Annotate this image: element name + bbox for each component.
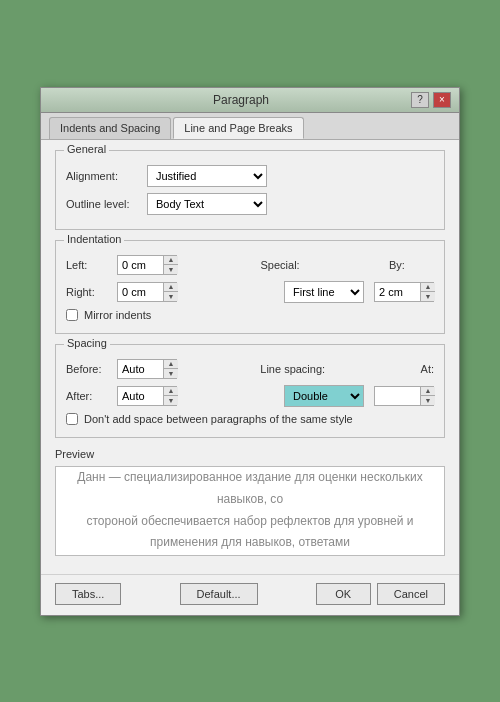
- at-spinner-btns: ▲ ▼: [420, 387, 435, 405]
- preview-section: Preview Данн — специализированное издани…: [55, 448, 445, 556]
- tab-line-page-breaks[interactable]: Line and Page Breaks: [173, 117, 303, 139]
- left-label: Left:: [66, 259, 111, 271]
- left-down-btn[interactable]: ▼: [164, 265, 178, 274]
- by-input[interactable]: [375, 283, 420, 301]
- left-up-btn[interactable]: ▲: [164, 256, 178, 265]
- title-bar: Paragraph ? ×: [41, 88, 459, 113]
- close-button[interactable]: ×: [433, 92, 451, 108]
- outline-row: Outline level: Body Text Level 1 Level 2: [66, 193, 434, 215]
- outline-select[interactable]: Body Text Level 1 Level 2: [147, 193, 267, 215]
- ok-button[interactable]: OK: [316, 583, 371, 605]
- default-button[interactable]: Default...: [180, 583, 258, 605]
- at-input[interactable]: [375, 387, 420, 405]
- right-spinner: ▲ ▼: [117, 282, 177, 302]
- before-spinner-btns: ▲ ▼: [163, 360, 178, 378]
- by-spinner-btns: ▲ ▼: [420, 283, 435, 301]
- bottom-buttons: Tabs... Default... OK Cancel: [41, 574, 459, 615]
- spacing-section-title: Spacing: [64, 337, 110, 349]
- after-double-row: After: ▲ ▼ Single 1.5 lines Double At le…: [66, 385, 434, 407]
- special-label: Special:: [261, 259, 306, 271]
- right-down-btn[interactable]: ▼: [164, 292, 178, 301]
- left-input[interactable]: [118, 256, 163, 274]
- outline-label: Outline level:: [66, 198, 141, 210]
- alignment-label: Alignment:: [66, 170, 141, 182]
- at-up-btn[interactable]: ▲: [421, 387, 435, 396]
- after-spinner: ▲ ▼: [117, 386, 177, 406]
- right-label: Right:: [66, 286, 111, 298]
- right-spinner-btns: ▲ ▼: [163, 283, 178, 301]
- dialog-body: General Alignment: Justified Left Center…: [41, 140, 459, 574]
- help-button[interactable]: ?: [411, 92, 429, 108]
- right-input[interactable]: [118, 283, 163, 301]
- cancel-button[interactable]: Cancel: [377, 583, 445, 605]
- after-down-btn[interactable]: ▼: [164, 396, 178, 405]
- right-up-btn[interactable]: ▲: [164, 283, 178, 292]
- before-input[interactable]: [118, 360, 163, 378]
- alignment-row: Alignment: Justified Left Center Right: [66, 165, 434, 187]
- preview-box: Данн — специализированное издание для оц…: [55, 466, 445, 556]
- mirror-indents-row: Mirror indents: [66, 309, 434, 321]
- after-label: After:: [66, 390, 111, 402]
- paragraph-dialog: Paragraph ? × Indents and Spacing Line a…: [40, 87, 460, 616]
- at-spinner: ▲ ▼: [374, 386, 434, 406]
- by-up-btn[interactable]: ▲: [421, 283, 435, 292]
- right-firstline-row: Right: ▲ ▼ First line (none) Hanging: [66, 281, 434, 303]
- before-spinner: ▲ ▼: [117, 359, 177, 379]
- at-label: At:: [421, 363, 434, 375]
- tab-indents-spacing[interactable]: Indents and Spacing: [49, 117, 171, 139]
- dont-add-space-row: Don't add space between paragraphs of th…: [66, 413, 434, 425]
- right-buttons: OK Cancel: [316, 583, 445, 605]
- indentation-section-title: Indentation: [64, 233, 124, 245]
- preview-label: Preview: [55, 448, 445, 460]
- tabs-row: Indents and Spacing Line and Page Breaks: [41, 113, 459, 140]
- after-input[interactable]: [118, 387, 163, 405]
- before-linespacing-label-row: Before: ▲ ▼ Line spacing: At:: [66, 359, 434, 379]
- line-spacing-label: Line spacing:: [260, 363, 335, 375]
- general-section: General Alignment: Justified Left Center…: [55, 150, 445, 230]
- line-spacing-select[interactable]: Single 1.5 lines Double At least Exactly…: [284, 385, 364, 407]
- alignment-select[interactable]: Justified Left Center Right: [147, 165, 267, 187]
- before-down-btn[interactable]: ▼: [164, 369, 178, 378]
- by-spinner: ▲ ▼: [374, 282, 434, 302]
- after-spinner-btns: ▲ ▼: [163, 387, 178, 405]
- by-down-btn[interactable]: ▼: [421, 292, 435, 301]
- dont-add-space-checkbox[interactable]: [66, 413, 78, 425]
- before-label: Before:: [66, 363, 111, 375]
- title-controls: ? ×: [411, 92, 451, 108]
- dialog-title: Paragraph: [71, 93, 411, 107]
- spacing-section: Spacing Before: ▲ ▼ Line spacing: At:: [55, 344, 445, 438]
- left-spinner: ▲ ▼: [117, 255, 177, 275]
- after-up-btn[interactable]: ▲: [164, 387, 178, 396]
- indentation-section: Indentation Left: ▲ ▼ Special: By:: [55, 240, 445, 334]
- left-special-row: Left: ▲ ▼ Special: By:: [66, 255, 434, 275]
- mirror-checkbox[interactable]: [66, 309, 78, 321]
- left-spinner-btns: ▲ ▼: [163, 256, 178, 274]
- at-down-btn[interactable]: ▼: [421, 396, 435, 405]
- before-up-btn[interactable]: ▲: [164, 360, 178, 369]
- dont-add-space-label: Don't add space between paragraphs of th…: [84, 413, 353, 425]
- by-label: By:: [389, 259, 434, 271]
- general-section-title: General: [64, 143, 109, 155]
- special-select[interactable]: First line (none) Hanging: [284, 281, 364, 303]
- mirror-label: Mirror indents: [84, 309, 151, 321]
- tabs-button[interactable]: Tabs...: [55, 583, 121, 605]
- preview-text: Данн — специализированное издание для оц…: [64, 467, 436, 553]
